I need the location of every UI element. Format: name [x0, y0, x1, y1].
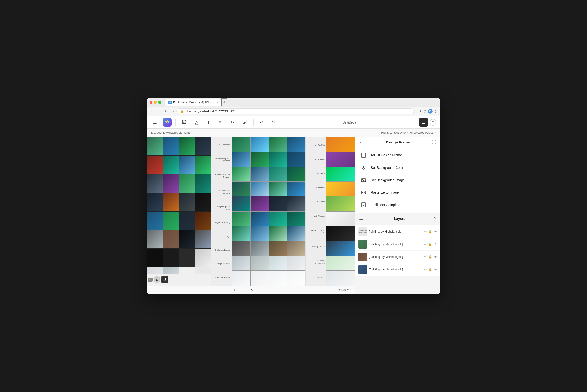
text-tool-button[interactable]: T	[205, 118, 212, 126]
label-origami: Origami, paper craft.	[213, 205, 231, 210]
profile-icon[interactable]: P	[428, 109, 433, 114]
image-tool-button[interactable]: 🖼	[179, 118, 189, 126]
minimize-button[interactable]	[154, 101, 157, 104]
img-cell	[251, 256, 269, 270]
titlebar: 🧚 PhotoFairy | Design - kQJRTFT... × + ⌄	[147, 98, 440, 107]
menu-button[interactable]: ☰	[151, 118, 159, 126]
back-button[interactable]: ←	[150, 108, 155, 114]
label-3d-cg: 3D rendering, CG graphics	[213, 157, 231, 162]
thumb-12	[195, 174, 211, 193]
dimension-value: 2649×6644	[337, 288, 351, 292]
tab-favicon: 🧚	[168, 101, 172, 104]
maximize-button[interactable]	[158, 101, 161, 104]
set-background-color-label: Set Background Color	[371, 166, 403, 170]
img-cell	[269, 256, 287, 270]
img-cell	[232, 226, 250, 241]
layer-visibility-button[interactable]: 👁	[434, 230, 437, 234]
center-canvas: 3D illustration 3D rendering, CG graphic…	[211, 137, 355, 286]
layer-visibility-button[interactable]: 👁	[434, 255, 437, 259]
new-tab-button[interactable]: +	[221, 98, 227, 106]
thumb-23	[179, 230, 195, 248]
layer-edit-button[interactable]: ✏	[424, 255, 427, 259]
layer-item[interactable]: [Painting, by Michelangelo] a ✏ 🔒 👁	[355, 263, 440, 276]
layer-lock-button[interactable]: 🔒	[428, 255, 433, 259]
zoom-out-button[interactable]: −	[240, 287, 244, 293]
layer-thumbnail	[358, 240, 367, 248]
layer-name: [Painting, by Michelangelo] a	[369, 268, 422, 271]
left-image-strip: ↖ ⊡ U	[147, 137, 211, 286]
svg-rect-2	[422, 123, 425, 124]
layer-edit-button[interactable]: ✏	[424, 242, 427, 246]
zoom-in-button[interactable]: +	[258, 287, 262, 293]
layer-lock-button[interactable]: 🔒	[428, 230, 433, 234]
extension-icon[interactable]: ⬡	[424, 109, 426, 113]
refresh-button[interactable]: ↻	[164, 108, 169, 114]
row-9	[232, 256, 306, 270]
svg-rect-7	[361, 191, 366, 194]
color-tool-button[interactable]: △	[192, 118, 201, 126]
hint-bar: Top: add new graphic elements ↑ Right: c…	[147, 129, 440, 137]
tab-title: PhotoFairy | Design - kQJRTFT...	[173, 101, 215, 104]
img-cell	[232, 241, 250, 256]
canvas-area[interactable]: ↖ ⊡ U 3D illustration 3D rendering, CG g…	[147, 137, 355, 294]
url-bar[interactable]: 🔒 photofairy.ai/design/kQJRTFTiioHO	[176, 108, 414, 114]
brush-tool-button[interactable]: 🖌	[240, 118, 249, 126]
background-color-icon	[360, 164, 367, 171]
close-button[interactable]	[150, 101, 152, 104]
text-icon: T	[207, 120, 210, 125]
panel-info-button[interactable]: i	[432, 140, 436, 144]
layer-item[interactable]: Painting by Michelangelo Painting, by Mi…	[355, 225, 440, 238]
undo-button[interactable]: ↩	[257, 118, 266, 126]
set-background-image-item[interactable]: Set Background Image	[355, 174, 440, 186]
fullscreen-icon: ⊞	[264, 288, 268, 292]
url-text: photofairy.ai/design/kQJRTFTiioHO	[185, 110, 410, 113]
rasterize-to-image-item[interactable]: Rasterize to Image	[355, 186, 440, 199]
home-button[interactable]: ⌂	[171, 108, 174, 114]
scissor-tool-button[interactable]: ✂	[228, 118, 237, 126]
img-cell	[269, 226, 287, 241]
layer-item[interactable]: [Painting, by Michelangelo] a ✏ 🔒 👁	[355, 238, 440, 250]
help-button[interactable]: ?	[430, 119, 436, 126]
panel-back-button[interactable]: ←	[359, 140, 364, 145]
thumb-13	[147, 193, 163, 211]
adjust-design-frame-item[interactable]: Adjust Design Frame	[355, 149, 440, 162]
layer-actions: ✏ 🔒 👁	[424, 242, 437, 246]
right-img-10	[327, 271, 355, 285]
layer-visibility-button[interactable]: 👁	[434, 268, 437, 272]
layer-lock-button[interactable]: 🔒	[428, 268, 433, 272]
rasterize-icon	[360, 189, 367, 196]
img-cell	[232, 152, 250, 167]
layer-edit-button[interactable]: ✏	[424, 230, 427, 234]
label-pixel-art: Art, Pixel Art	[307, 144, 325, 147]
layer-edit-button[interactable]: ✏	[424, 268, 427, 272]
pen-tool-button[interactable]: ✏	[216, 118, 224, 126]
set-background-image-label: Set Background Image	[371, 178, 405, 182]
row-4	[232, 182, 306, 196]
forward-button[interactable]: →	[157, 108, 162, 114]
layers-close-button[interactable]: ×	[434, 216, 436, 221]
img-cell	[287, 137, 306, 152]
active-tab[interactable]: 🧚 PhotoFairy | Design - kQJRTFT... ×	[165, 99, 221, 106]
img-cell	[251, 241, 269, 256]
img-cell	[287, 241, 306, 256]
bookmark-icon[interactable]: ★	[419, 109, 422, 113]
main-area: ↖ ⊡ U 3D illustration 3D rendering, CG g…	[147, 137, 440, 294]
hamburger-icon: ☰	[153, 120, 157, 125]
fullscreen-button[interactable]: ⊞	[264, 287, 269, 293]
intelligent-complete-item[interactable]: Intelligent Complete	[355, 199, 440, 211]
tab-close-icon[interactable]: ×	[216, 101, 218, 104]
fit-button[interactable]: ⊡	[233, 287, 238, 293]
thumb-9	[147, 174, 163, 193]
layers-panel-button[interactable]	[419, 118, 428, 126]
layer-lock-button[interactable]: 🔒	[428, 242, 433, 246]
layers-icon	[421, 120, 426, 124]
right-img-8	[327, 241, 355, 256]
more-icon[interactable]: ⋮	[434, 109, 437, 113]
layer-visibility-button[interactable]: 👁	[434, 242, 437, 246]
set-background-color-item[interactable]: Set Background Color	[355, 162, 440, 174]
layer-item[interactable]: [Painting, by Michelangelo] a ✏ 🔒 👁	[355, 251, 440, 263]
layers-section: Layers × Painting by Michelangelo Painti…	[355, 213, 440, 294]
img-cell	[269, 182, 287, 196]
share-icon[interactable]: ↑	[416, 109, 418, 113]
redo-button[interactable]: ↪	[269, 118, 278, 126]
